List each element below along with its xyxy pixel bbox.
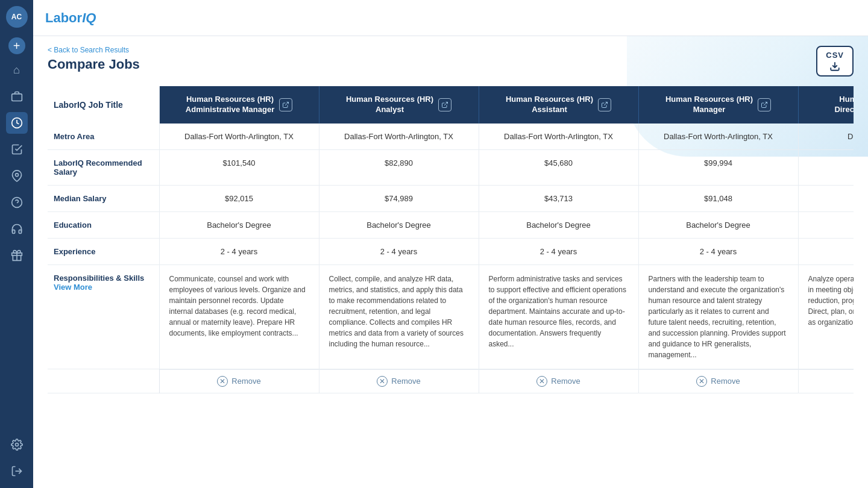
settings-icon[interactable]	[6, 434, 28, 455]
row-label-recommended: LaborIQ Recommended Salary	[48, 149, 159, 185]
sidebar-item-salary[interactable]	[6, 112, 28, 134]
responsibilities-text-1: Collect, compile, and analyze HR data, m…	[329, 274, 469, 349]
sidebar-item-briefcase[interactable]	[6, 86, 28, 107]
svg-line-11	[604, 102, 608, 105]
col-header-job-2: Human Resources (HR)Assistant	[479, 86, 638, 124]
remove-label-1: Remove	[391, 377, 420, 386]
cell-responsibilities-2: Perform administrative tasks and service…	[479, 264, 638, 369]
sidebar-item-map[interactable]	[6, 165, 28, 187]
responsibilities-text-3: Partners with the leadership team to und…	[649, 274, 788, 360]
remove-button-2[interactable]: ✕ Remove	[479, 369, 638, 393]
cell-education-4: Bachelor...	[798, 211, 854, 238]
cell-median-1: $74,989	[319, 185, 479, 211]
sidebar-item-gift[interactable]	[6, 245, 28, 266]
remove-cell-1: ✕ Remove	[319, 369, 479, 393]
cell-experience-3: 2 - 4 years	[638, 238, 798, 264]
view-more-link[interactable]: View More	[54, 283, 149, 292]
remove-button-4[interactable]: ✕ Re...	[799, 369, 854, 393]
breadcrumb[interactable]: < Back to Search Results	[48, 46, 140, 54]
cell-recommended-2: $45,680	[479, 149, 638, 185]
cell-median-3: $91,048	[638, 185, 798, 211]
cell-responsibilities-4: Analyze operational performance of a sta…	[798, 264, 854, 369]
cell-metro-2: Dallas-Fort Worth-Arlington, TX	[479, 124, 638, 150]
table-row-experience: Experience 2 - 4 years 2 - 4 years 2 - 4…	[48, 238, 854, 264]
comparison-table-container[interactable]: LaborIQ Job Title Human Resources (HR)Ad…	[48, 86, 854, 488]
remove-button-3[interactable]: ✕ Remove	[639, 369, 798, 393]
job-title-text-4: Human Resou...Director and Inte...	[834, 95, 854, 115]
cell-recommended-4: $173...	[798, 149, 854, 185]
cell-education-2: Bachelor's Degree	[479, 211, 638, 238]
remove-circle-icon-2: ✕	[536, 376, 547, 387]
row-label-median: Median Salary	[48, 185, 159, 211]
cell-recommended-3: $99,994	[638, 149, 798, 185]
cell-median-4: $154...	[798, 185, 854, 211]
cell-median-0: $92,015	[159, 185, 319, 211]
cell-responsibilities-0: Communicate, counsel and work with emplo…	[159, 264, 319, 369]
cell-responsibilities-3: Partners with the leadership team to und…	[638, 264, 798, 369]
sidebar-item-support[interactable]	[6, 218, 28, 240]
sidebar: AC + ⌂	[0, 0, 33, 488]
col-header-job-0: Human Resources (HR)Administrative Manag…	[159, 86, 319, 124]
row-label-responsibilities: Responsibilities & Skills View More	[48, 264, 159, 369]
job-title-text-1: Human Resources (HR)Analyst	[346, 95, 433, 115]
table-row-metro: Metro Area Dallas-Fort Worth-Arlington, …	[48, 124, 854, 150]
col-header-job-4: Human Resou...Director and Inte...	[798, 86, 854, 124]
svg-point-2	[15, 174, 18, 177]
page-content: < Back to Search Results Compare Jobs CS…	[33, 36, 868, 488]
cell-education-0: Bachelor's Degree	[159, 211, 319, 238]
open-link-icon-2[interactable]	[598, 98, 611, 111]
page-title: Compare Jobs	[48, 57, 140, 72]
cell-experience-2: 2 - 4 years	[479, 238, 638, 264]
cell-education-1: Bachelor's Degree	[319, 211, 479, 238]
cell-median-2: $43,713	[479, 185, 638, 211]
svg-line-12	[764, 102, 767, 105]
col-header-label: LaborIQ Job Title	[48, 86, 159, 124]
remove-cell-2: ✕ Remove	[479, 369, 638, 393]
job-title-text-3: Human Resources (HR)Manager	[665, 95, 753, 115]
table-row-median: Median Salary $92,015 $74,989 $43,713 $9…	[48, 185, 854, 211]
remove-button-0[interactable]: ✕ Remove	[160, 369, 319, 393]
logo-text-regular: Labor	[45, 10, 82, 25]
cell-metro-0: Dallas-Fort Worth-Arlington, TX	[159, 124, 319, 150]
logout-icon[interactable]	[6, 460, 28, 482]
cell-metro-4: Dallas-Fort Wor...	[798, 124, 854, 150]
remove-button-1[interactable]: ✕ Remove	[319, 369, 479, 393]
svg-line-10	[444, 102, 448, 105]
logo-text-bold: IQ	[82, 10, 96, 25]
remove-cell-3: ✕ Remove	[638, 369, 798, 393]
comparison-table: LaborIQ Job Title Human Resources (HR)Ad…	[48, 86, 854, 393]
responsibilities-text-4: Analyze operational performance of a sta…	[808, 274, 854, 328]
avatar[interactable]: AC	[6, 6, 28, 28]
table-row-responsibilities: Responsibilities & Skills View More Comm…	[48, 264, 854, 369]
cell-experience-0: 2 - 4 years	[159, 238, 319, 264]
svg-rect-0	[11, 94, 22, 101]
logo: LaborIQ	[45, 10, 96, 26]
row-label-metro: Metro Area	[48, 124, 159, 150]
sidebar-item-checklist[interactable]	[6, 139, 28, 160]
cell-responsibilities-1: Collect, compile, and analyze HR data, m…	[319, 264, 479, 369]
download-icon	[829, 61, 840, 72]
col-header-job-3: Human Resources (HR)Manager	[638, 86, 798, 124]
open-link-icon-1[interactable]	[438, 98, 451, 111]
open-link-icon-0[interactable]	[279, 98, 292, 111]
remove-label-0: Remove	[231, 377, 260, 386]
add-button[interactable]: +	[8, 37, 25, 54]
csv-download-button[interactable]: CSV	[816, 46, 854, 77]
remove-label-3: Remove	[711, 377, 740, 386]
sidebar-item-help[interactable]	[6, 192, 28, 213]
responsibilities-text-2: Perform administrative tasks and service…	[489, 274, 629, 349]
remove-cell-4: ✕ Re...	[798, 369, 854, 393]
svg-point-6	[15, 443, 18, 446]
remove-circle-icon-3: ✕	[696, 376, 707, 387]
open-link-icon-3[interactable]	[758, 98, 771, 111]
remove-circle-icon-0: ✕	[217, 376, 228, 387]
table-row-education: Education Bachelor's Degree Bachelor's D…	[48, 211, 854, 238]
cell-experience-1: 2 - 4 years	[319, 238, 479, 264]
sidebar-item-home[interactable]: ⌂	[6, 59, 28, 81]
remove-label-cell	[48, 369, 159, 393]
cell-metro-1: Dallas-Fort Worth-Arlington, TX	[319, 124, 479, 150]
csv-label: CSV	[826, 51, 844, 60]
remove-cell-0: ✕ Remove	[159, 369, 319, 393]
remove-circle-icon-1: ✕	[377, 376, 388, 387]
cell-recommended-1: $82,890	[319, 149, 479, 185]
